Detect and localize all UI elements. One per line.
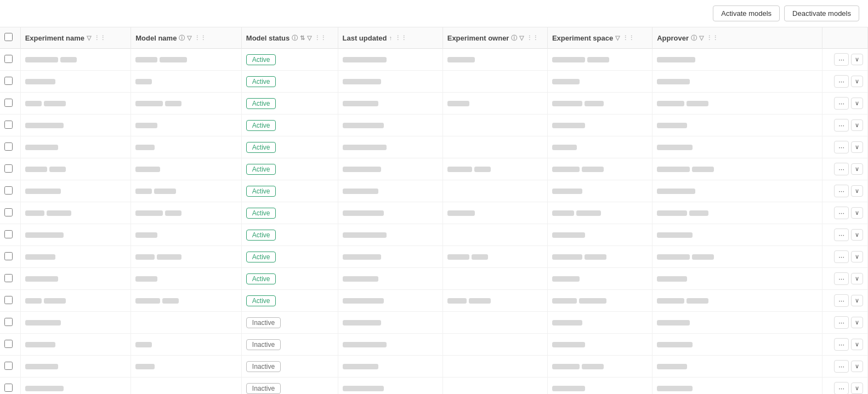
- experiment-owner-cell: [442, 224, 547, 246]
- expand-row-button[interactable]: ∨: [851, 361, 863, 372]
- experiment-owner-info-icon[interactable]: ⓘ: [511, 34, 517, 42]
- expand-row-button[interactable]: ∨: [851, 229, 863, 241]
- row-checkbox-cell: [0, 180, 20, 202]
- table-wrapper: Experiment name ▽ ⋮⋮ Model name ⓘ ▽ ⋮⋮: [0, 27, 868, 394]
- more-actions-button[interactable]: ···: [834, 53, 849, 66]
- more-actions-button[interactable]: ···: [834, 97, 849, 110]
- table-row: Inactive ··· ∨: [0, 312, 868, 334]
- experiment-name-cell: [20, 378, 131, 395]
- row-checkbox[interactable]: [4, 186, 13, 195]
- more-actions-button[interactable]: ···: [834, 75, 849, 88]
- activate-models-button[interactable]: Activate models: [713, 5, 780, 21]
- row-checkbox[interactable]: [4, 77, 13, 85]
- experiment-space-filter-icon[interactable]: ▽: [615, 35, 620, 42]
- expand-row-button[interactable]: ∨: [851, 119, 863, 131]
- experiment-name-cell: [20, 356, 131, 378]
- expand-row-button[interactable]: ∨: [851, 251, 863, 262]
- row-checkbox[interactable]: [4, 362, 13, 370]
- row-checkbox[interactable]: [4, 230, 13, 238]
- experiment-name-filter-icon[interactable]: ▽: [87, 35, 91, 42]
- expand-row-button[interactable]: ∨: [851, 273, 863, 284]
- expand-row-button[interactable]: ∨: [851, 163, 863, 175]
- deactivate-models-button[interactable]: Deactivate models: [784, 5, 859, 21]
- row-checkbox[interactable]: [4, 340, 13, 348]
- last-updated-resize-icon[interactable]: ⋮⋮: [395, 35, 407, 42]
- experiment-name-cell: [20, 312, 131, 334]
- header-experiment-name: Experiment name ▽ ⋮⋮: [20, 27, 131, 49]
- status-badge: Inactive: [246, 383, 281, 394]
- expand-row-button[interactable]: ∨: [851, 54, 863, 65]
- select-all-checkbox[interactable]: [4, 33, 13, 41]
- experiment-space-cell: [547, 71, 652, 93]
- experiment-space-resize-icon[interactable]: ⋮⋮: [622, 35, 634, 42]
- row-checkbox[interactable]: [4, 252, 13, 260]
- model-status-resize-icon[interactable]: ⋮⋮: [314, 35, 326, 42]
- more-actions-button[interactable]: ···: [834, 207, 849, 219]
- row-checkbox[interactable]: [4, 274, 13, 282]
- more-actions-button[interactable]: ···: [834, 185, 849, 197]
- actions-cell: ··· ∨: [822, 290, 868, 312]
- approver-resize-icon[interactable]: ⋮⋮: [706, 35, 718, 42]
- experiment-space-cell: [547, 93, 652, 115]
- experiment-owner-cell: [442, 334, 547, 356]
- experiment-owner-resize-icon[interactable]: ⋮⋮: [526, 35, 538, 42]
- more-actions-button[interactable]: ···: [834, 141, 849, 153]
- expand-row-button[interactable]: ∨: [851, 98, 863, 109]
- row-checkbox[interactable]: [4, 142, 13, 151]
- more-actions-button[interactable]: ···: [834, 382, 849, 394]
- table-row: Inactive ··· ∨: [0, 334, 868, 356]
- experiment-name-cell: [20, 71, 131, 93]
- row-checkbox[interactable]: [4, 318, 13, 326]
- model-status-cell: Inactive: [241, 378, 338, 395]
- experiment-space-cell: [547, 49, 652, 71]
- more-actions-button[interactable]: ···: [834, 316, 849, 329]
- expand-row-button[interactable]: ∨: [851, 295, 863, 306]
- model-name-info-icon[interactable]: ⓘ: [179, 34, 185, 42]
- more-actions-button[interactable]: ···: [834, 229, 849, 241]
- row-checkbox[interactable]: [4, 296, 13, 304]
- model-name-resize-icon[interactable]: ⋮⋮: [194, 35, 206, 42]
- model-status-cell: Active: [241, 202, 338, 224]
- experiment-owner-cell: [442, 356, 547, 378]
- last-updated-cell: [338, 334, 442, 356]
- row-checkbox-cell: [0, 312, 20, 334]
- expand-row-button[interactable]: ∨: [851, 339, 863, 350]
- row-checkbox[interactable]: [4, 384, 13, 392]
- row-checkbox[interactable]: [4, 121, 13, 129]
- row-checkbox-cell: [0, 356, 20, 378]
- experiment-space-cell: [547, 312, 652, 334]
- row-checkbox[interactable]: [4, 164, 13, 173]
- more-actions-button[interactable]: ···: [834, 338, 849, 351]
- expand-row-button[interactable]: ∨: [851, 185, 863, 197]
- more-actions-button[interactable]: ···: [834, 272, 849, 285]
- experiment-name-resize-icon[interactable]: ⋮⋮: [94, 35, 106, 42]
- row-checkbox[interactable]: [4, 99, 13, 107]
- model-name-cell: [131, 202, 242, 224]
- approver-cell: [653, 136, 822, 158]
- approver-filter-icon[interactable]: ▽: [699, 35, 704, 42]
- model-status-filter-icon[interactable]: ▽: [307, 35, 311, 42]
- expand-row-button[interactable]: ∨: [851, 207, 863, 219]
- experiment-owner-filter-icon[interactable]: ▽: [519, 35, 524, 42]
- expand-row-button[interactable]: ∨: [851, 382, 863, 394]
- more-actions-button[interactable]: ···: [834, 360, 849, 373]
- model-status-sort-icon[interactable]: ⇅: [300, 35, 305, 42]
- expand-row-button[interactable]: ∨: [851, 317, 863, 328]
- last-updated-sort-icon[interactable]: ↑: [389, 35, 392, 41]
- model-status-info-icon[interactable]: ⓘ: [292, 34, 298, 42]
- actions-cell: ··· ∨: [822, 202, 868, 224]
- experiment-name-cell: [20, 268, 131, 290]
- more-actions-button[interactable]: ···: [834, 163, 849, 175]
- approver-info-icon[interactable]: ⓘ: [691, 34, 697, 42]
- model-name-filter-icon[interactable]: ▽: [187, 35, 191, 42]
- row-checkbox[interactable]: [4, 208, 13, 216]
- expand-row-button[interactable]: ∨: [851, 141, 863, 153]
- expand-row-button[interactable]: ∨: [851, 76, 863, 87]
- more-actions-button[interactable]: ···: [834, 119, 849, 132]
- row-checkbox[interactable]: [4, 55, 13, 63]
- last-updated-cell: [338, 268, 442, 290]
- experiment-owner-cell: [442, 158, 547, 180]
- more-actions-button[interactable]: ···: [834, 294, 849, 307]
- more-actions-button[interactable]: ···: [834, 250, 849, 263]
- table-row: Active ··· ∨: [0, 202, 868, 224]
